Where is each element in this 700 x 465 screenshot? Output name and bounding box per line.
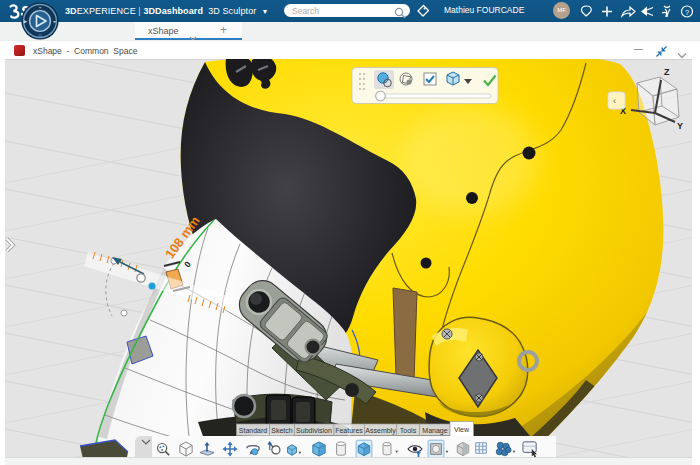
svg-text:Tools: Tools xyxy=(400,427,417,434)
svg-text:Y: Y xyxy=(677,121,683,131)
svg-text:Manage: Manage xyxy=(422,427,447,435)
svg-text:+: + xyxy=(39,5,42,10)
svg-text:□: □ xyxy=(39,33,42,38)
svg-text:●: ● xyxy=(53,19,56,24)
svg-text:Assembly: Assembly xyxy=(365,427,396,435)
svg-text:Subdivision: Subdivision xyxy=(296,427,332,434)
svg-text:Z: Z xyxy=(664,67,670,77)
svg-text:‹: ‹ xyxy=(613,96,616,106)
svg-text:▶: ▶ xyxy=(24,19,28,24)
svg-text:View: View xyxy=(454,426,470,433)
svg-text:?: ? xyxy=(685,8,690,17)
svg-text:Standard: Standard xyxy=(239,427,268,434)
svg-text:Sketch: Sketch xyxy=(271,427,293,434)
svg-text:Features: Features xyxy=(335,427,363,434)
